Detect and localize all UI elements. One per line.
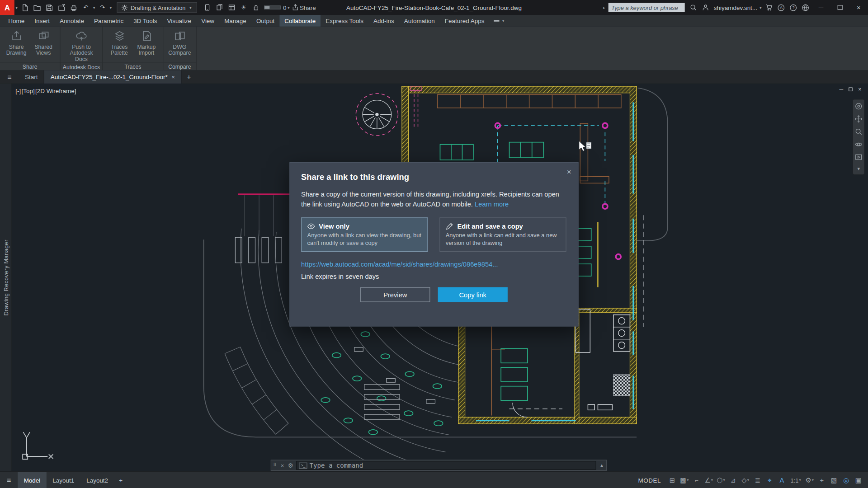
polar-tracking-toggle[interactable]: ∠▾	[703, 474, 714, 486]
window-close-button[interactable]: ×	[849, 0, 868, 15]
lock-button[interactable]	[250, 2, 262, 14]
preview-button[interactable]: Preview	[360, 287, 430, 302]
traces-palette-button[interactable]: Traces Palette	[106, 29, 132, 56]
open-file-button[interactable]	[31, 2, 43, 14]
command-customize-icon[interactable]: ⚙	[286, 462, 295, 469]
account-caret-icon[interactable]: ▾	[759, 5, 763, 10]
username-label[interactable]: shiyamdev.srit...	[714, 4, 757, 11]
community-button[interactable]	[799, 2, 811, 14]
tab-home[interactable]: Home	[3, 15, 29, 27]
learn-more-link[interactable]: Learn more	[475, 200, 509, 208]
viewport-view-control[interactable]: [Top]	[21, 87, 34, 94]
undo-caret-icon[interactable]: ▾	[92, 5, 96, 10]
command-prompt-icon[interactable]: >_	[299, 462, 307, 468]
showmotion-button[interactable]	[855, 153, 863, 161]
toolbar-options-caret-icon[interactable]: ▾	[287, 5, 291, 10]
tab-automation[interactable]: Automation	[399, 15, 440, 27]
workspace-switching-button[interactable]: ⚙▾	[804, 474, 815, 486]
object-snap-tracking-toggle[interactable]: ⊿	[728, 474, 738, 486]
tab-parametric[interactable]: Parametric	[89, 15, 128, 27]
tab-insert[interactable]: Insert	[29, 15, 55, 27]
markup-import-button[interactable]: Markup Import	[133, 29, 160, 56]
search-go-button[interactable]	[687, 2, 699, 14]
edit-and-save-option[interactable]: Edit and save a copy Anyone with a link …	[439, 217, 566, 252]
model-paper-toggle[interactable]: MODEL	[638, 477, 661, 483]
ortho-mode-toggle[interactable]: ⌐	[691, 474, 702, 486]
brightness-button[interactable]: ☀	[238, 2, 250, 14]
tab-output[interactable]: Output	[251, 15, 279, 27]
recent-commands-toggle[interactable]: ▴	[597, 463, 606, 468]
viewport-minus-control[interactable]: [-]	[15, 87, 21, 94]
layout-tab-model[interactable]: Model	[18, 472, 47, 488]
search-input[interactable]	[611, 4, 682, 11]
panel-label-compare[interactable]: Compare	[163, 62, 196, 70]
viewport-visual-style-control[interactable]: [2D Wireframe]	[35, 87, 76, 94]
layout-tab-layout1[interactable]: Layout1	[47, 472, 80, 488]
web-mobile-button[interactable]	[201, 2, 213, 14]
navbar-menu-button[interactable]: ▾	[857, 166, 860, 171]
save-button[interactable]	[43, 2, 56, 14]
tab-visualize[interactable]: Visualize	[162, 15, 196, 27]
tab-view[interactable]: View	[196, 15, 219, 27]
tab-express-tools[interactable]: Express Tools	[321, 15, 368, 27]
redo-caret-icon[interactable]: ▾	[108, 5, 113, 10]
push-to-autodesk-docs-button[interactable]: Push to Autodesk Docs	[64, 29, 99, 62]
snap-mode-toggle[interactable]: ▩▾	[679, 474, 689, 486]
lineweight-toggle[interactable]: ≣	[752, 474, 763, 486]
annotation-monitor-toggle[interactable]: +	[816, 474, 827, 486]
infocenter-collapse-icon[interactable]: ▸	[602, 5, 606, 10]
doc-minimize-button[interactable]: ─	[839, 86, 843, 92]
command-bar-close-icon[interactable]: ×	[278, 462, 286, 468]
dynamic-input-toggle[interactable]: ⌖	[764, 474, 775, 486]
isometric-drafting-toggle[interactable]: ⬡▾	[716, 474, 726, 486]
window-minimize-button[interactable]: ─	[811, 0, 830, 15]
undo-button[interactable]: ↶	[80, 2, 92, 14]
app-logo[interactable]: A	[0, 0, 14, 15]
isodraft-caret-icon[interactable]: ▾	[723, 478, 725, 482]
share-button[interactable]	[291, 2, 300, 14]
sheet-set-button[interactable]	[213, 2, 226, 14]
orbit-button[interactable]	[855, 141, 863, 148]
clean-screen-button[interactable]: ▣	[853, 474, 863, 486]
polar-caret-icon[interactable]: ▾	[711, 478, 713, 482]
snap-caret-icon[interactable]: ▾	[687, 478, 689, 482]
annotation-scale-control[interactable]: 1:1▾	[789, 474, 803, 486]
share-drawing-button[interactable]: Share Drawing	[3, 29, 29, 56]
window-maximize-button[interactable]	[830, 0, 849, 15]
file-tab-active-drawing[interactable]: AutoCAD-FY25_Fire-...02-1_Ground-Floor* …	[44, 70, 182, 84]
panel-label-traces[interactable]: Traces	[103, 62, 163, 70]
command-input[interactable]	[309, 461, 593, 469]
scale-caret-icon[interactable]: ▾	[799, 478, 801, 482]
command-bar-grip[interactable]: ⠿	[271, 464, 278, 467]
new-layout-button[interactable]: +	[114, 477, 127, 483]
isolate-objects-button[interactable]: ◎	[841, 474, 851, 486]
share-url-link[interactable]: https://web.autocad.com/acad/me/sid/shar…	[301, 261, 567, 268]
new-drawing-tab-button[interactable]: +	[182, 70, 196, 84]
ribbon-display-toggle[interactable]: ▾	[494, 15, 505, 27]
dwg-compare-button[interactable]: DWG Compare	[167, 29, 193, 56]
share-label[interactable]: Share	[300, 4, 316, 11]
layout-tab-layout2[interactable]: Layout2	[80, 472, 114, 488]
store-button[interactable]	[763, 2, 775, 14]
tab-annotate[interactable]: Annotate	[55, 15, 89, 27]
shared-views-button[interactable]: Shared Views	[30, 29, 57, 56]
zoom-button[interactable]	[855, 128, 863, 136]
assistant-button[interactable]: A	[775, 2, 787, 14]
tab-featured-apps[interactable]: Featured Apps	[440, 15, 490, 27]
workspace-selector[interactable]: Drafting & Annotation ▾	[117, 2, 197, 13]
mini-slider[interactable]	[264, 5, 281, 9]
layout-menu-button[interactable]: ≡	[0, 476, 18, 484]
annotation-visibility-toggle[interactable]: A	[777, 474, 787, 486]
grid-display-toggle[interactable]: ⊞	[667, 474, 677, 486]
tab-manage[interactable]: Manage	[219, 15, 251, 27]
redo-button[interactable]: ↷	[96, 2, 108, 14]
file-tab-menu-button[interactable]: ≡	[0, 70, 19, 84]
doc-close-button[interactable]: ×	[858, 86, 861, 92]
panel-label-autodesk-docs[interactable]: Autodesk Docs	[60, 62, 102, 70]
drawing-recovery-manager-palette[interactable]: Drawing Recovery Manager	[0, 84, 12, 471]
file-tab-start[interactable]: Start	[19, 70, 45, 84]
properties-button[interactable]	[226, 2, 238, 14]
new-file-button[interactable]	[19, 2, 31, 14]
doc-restore-button[interactable]	[849, 86, 853, 92]
tab-add-ins[interactable]: Add-ins	[368, 15, 399, 27]
